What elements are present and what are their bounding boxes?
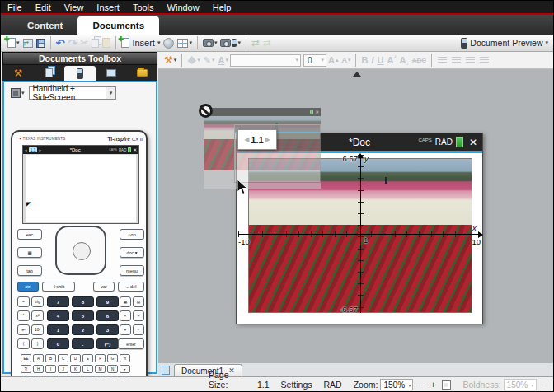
alpha-key[interactable]: M [95, 365, 106, 373]
number-key[interactable]: 2 [72, 324, 94, 335]
alpha-key[interactable]: J [58, 365, 68, 373]
toolbox-tab-sidescreen[interactable] [96, 65, 127, 81]
screen-capture-button[interactable]: ▾ [201, 35, 219, 51]
view-mode-select[interactable]: Handheld + SideScreen ▾ [29, 86, 116, 100]
function-key[interactable]: ) [31, 338, 44, 349]
key-on[interactable]: ⌂on [120, 229, 144, 240]
alpha-key[interactable]: EE [21, 354, 31, 362]
close-icon[interactable]: ✕ [133, 147, 137, 152]
function-key[interactable]: × [120, 310, 131, 321]
handheld-emulator[interactable]: TEXAS INSTRUMENTS TI-nspire CX II ◂ 1.1 … [11, 130, 148, 392]
zoom-select[interactable]: 150% ▾ [380, 379, 413, 390]
number-key[interactable]: 1 [47, 324, 69, 335]
tab-documents[interactable]: Documents [77, 16, 159, 35]
number-key[interactable]: 8 [72, 296, 94, 307]
function-key[interactable]: eˣ [17, 324, 30, 335]
alpha-key[interactable]: G [107, 354, 118, 362]
number-key[interactable]: 9 [96, 296, 119, 307]
function-key[interactable]: ▤ [133, 296, 144, 307]
function-key[interactable]: 10ˣ [31, 324, 44, 335]
key-enter[interactable]: enter [118, 338, 144, 349]
alpha-key[interactable]: K [70, 365, 81, 373]
page-reference: 1.1 [257, 380, 270, 390]
menu-item[interactable]: Help [213, 2, 232, 12]
page-layout-button[interactable]: ▾ [176, 35, 194, 51]
alpha-key[interactable]: F [95, 354, 106, 362]
key-shift[interactable]: ⇧shift [42, 282, 75, 292]
key-del[interactable]: ←del [118, 282, 144, 292]
function-key[interactable]: ▦ [120, 296, 131, 307]
emulator-screen[interactable]: ◂ 1.1 ▸ *Doc CAPS RAD ✕ [22, 145, 139, 224]
alpha-key[interactable]: N [107, 365, 118, 373]
variables-button[interactable] [162, 35, 176, 51]
key-esc[interactable]: esc [17, 229, 42, 240]
number-key[interactable]: 5 [72, 310, 94, 321]
toolbox-tab-page-sorter[interactable] [34, 65, 65, 81]
key-menu[interactable]: menu [120, 265, 144, 276]
menu-item[interactable]: View [64, 2, 84, 12]
function-key[interactable]: + [120, 324, 131, 335]
key-var[interactable]: var [93, 282, 115, 292]
function-key[interactable]: trig [31, 296, 44, 307]
align-left-icon [438, 57, 447, 64]
undo-button[interactable]: ↶ [54, 35, 67, 51]
number-key[interactable]: 4 [47, 310, 69, 321]
menu-item[interactable]: Insert [96, 2, 120, 12]
key-doc[interactable]: doc ▾ [120, 247, 144, 258]
function-key[interactable]: − [133, 324, 144, 335]
alpha-key[interactable]: H [33, 365, 44, 373]
page-sorter-handle[interactable] [353, 72, 361, 77]
zoom-out-button[interactable]: − [416, 380, 425, 390]
insert-button[interactable]: Insert ▾ [120, 35, 162, 51]
page-next-icon[interactable]: ▸ [39, 147, 41, 152]
key-ctrl[interactable]: ctrl [17, 282, 39, 292]
alpha-key[interactable]: ?! [21, 365, 31, 373]
alpha-key[interactable]: D [70, 354, 81, 362]
documents-toolbox-panel: Documents Toolbox ⚒ ▾ Handheld + SideScr… [2, 52, 157, 374]
handheld-capture-button[interactable]: ▾ [218, 35, 242, 51]
toolbox-tab-emulator[interactable] [64, 66, 96, 81]
menu-item[interactable]: Tools [133, 2, 154, 12]
toolbox-tab-document-tools[interactable]: ⚒ [2, 65, 34, 81]
close-icon[interactable]: ✕ [469, 137, 477, 148]
menu-item[interactable]: File [7, 2, 22, 12]
tab-content[interactable]: Content [12, 16, 77, 35]
number-key[interactable]: . [72, 338, 94, 349]
alpha-key[interactable]: B [45, 354, 56, 362]
zoom-fit-button[interactable] [442, 380, 451, 390]
alpha-key[interactable]: L [82, 365, 93, 373]
number-key[interactable]: (−) [96, 338, 119, 349]
number-key[interactable]: 7 [47, 296, 69, 307]
function-key[interactable]: x² [31, 310, 44, 321]
alpha-key[interactable]: I [45, 365, 56, 373]
toolbox-tab-utilities[interactable] [126, 65, 157, 81]
save-button[interactable] [35, 35, 47, 51]
zoom-in-button[interactable]: + [428, 380, 438, 390]
document-preview-button[interactable]: Document Preview ▾ [459, 35, 550, 51]
function-key[interactable]: ÷ [133, 310, 144, 321]
alpha-key[interactable]: A [33, 354, 44, 362]
alpha-key[interactable]: ▸ [120, 365, 130, 373]
page-tab[interactable]: 1.1 [29, 147, 38, 152]
document-tools-button[interactable]: ⚒▾ [162, 53, 178, 68]
alpha-key[interactable]: π [120, 354, 130, 362]
document-work-area[interactable]: *Doc CAPS RAD ✕ 6.67 y -6.67 [158, 69, 554, 363]
alpha-key[interactable]: E [82, 354, 93, 362]
menu-item[interactable]: Edit [35, 2, 51, 12]
key-scratchpad[interactable]: ▦ [17, 247, 42, 258]
function-key[interactable]: ^ [17, 310, 30, 321]
page-prev-icon[interactable]: ◂ [25, 147, 27, 152]
number-key[interactable]: 6 [96, 310, 119, 321]
keypad-options-button[interactable]: ▾ [9, 85, 26, 100]
number-key[interactable]: 0 [47, 338, 69, 349]
settings-button[interactable]: Settings [281, 380, 312, 390]
key-tab[interactable]: tab [17, 265, 42, 276]
new-document-button[interactable]: ▾ [6, 35, 21, 51]
touchpad[interactable] [55, 226, 106, 275]
alpha-key[interactable]: C [58, 354, 68, 362]
number-key[interactable]: 3 [96, 324, 119, 335]
open-document-button[interactable] [21, 35, 35, 51]
menu-item[interactable]: Window [167, 2, 200, 12]
function-key[interactable]: = [17, 296, 30, 307]
function-key[interactable]: ( [17, 338, 30, 349]
